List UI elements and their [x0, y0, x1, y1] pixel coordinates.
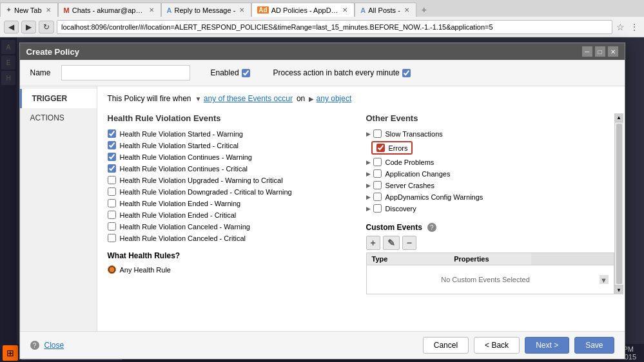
close-link[interactable]: Close — [44, 341, 64, 350]
tab-title-allposts: All Posts - — [368, 6, 400, 14]
cancel-button[interactable]: Cancel — [423, 337, 469, 354]
hr-checkbox-10[interactable] — [108, 234, 116, 242]
settings-icon[interactable]: ⋮ — [629, 21, 640, 33]
new-tab-button[interactable]: + — [416, 3, 432, 17]
custom-events-delete-button[interactable]: − — [402, 236, 416, 250]
fire-when-link[interactable]: any of these Events occur — [204, 94, 293, 103]
any-health-rule-label: Any Health Rule — [120, 266, 171, 274]
main-content: A E H Create Policy ─ □ ✕ Name Enabled — [0, 37, 644, 344]
tab-favicon: ✦ — [6, 6, 12, 14]
tab-ad-policies[interactable]: Ad AD Policies - AppDynamics ✕ — [251, 3, 355, 17]
oe-checkbox-discovery[interactable] — [373, 204, 382, 213]
custom-events-edit-button[interactable]: ✎ — [383, 236, 400, 250]
col-type: Type — [367, 253, 449, 265]
hr-checkbox-6[interactable] — [108, 187, 116, 196]
right-scrollbar[interactable]: ▲ ▼ — [614, 113, 623, 294]
custom-events-title: Custom Events — [366, 223, 422, 232]
hr-label-1: Health Rule Violation Started - Warning — [120, 130, 243, 138]
expand-arrow-code-icon[interactable]: ▶ — [366, 159, 371, 166]
tab-all-posts[interactable]: A All Posts - ✕ — [355, 3, 416, 17]
oe-checkbox-configwarnings[interactable] — [373, 193, 382, 201]
hr-label-3: Health Rule Violation Continues - Warnin… — [120, 153, 252, 161]
oe-label-discovery: Discovery — [385, 205, 416, 213]
back-button-footer[interactable]: < Back — [474, 337, 520, 354]
errors-highlighted-box[interactable]: Errors — [371, 141, 413, 155]
address-bar[interactable] — [57, 20, 612, 34]
scroll-down-button[interactable]: ▼ — [615, 285, 623, 294]
tab-close-gmail-icon[interactable]: ✕ — [148, 6, 155, 14]
tab-close-allposts-icon[interactable]: ✕ — [403, 6, 411, 14]
oe-item-discovery: ▶ Discovery — [366, 204, 614, 213]
oe-label-servercrashes: Server Crashes — [385, 182, 434, 189]
oe-checkbox-appchanges[interactable] — [373, 169, 382, 178]
oe-checkbox-slow[interactable] — [373, 129, 382, 138]
tab-new-tab[interactable]: ✦ New Tab ✕ — [0, 3, 58, 17]
hr-label-5: Health Rule Violation Upgraded - Warning… — [120, 176, 283, 184]
what-health-rules-section: What Health Rules? Any Health Rule — [108, 251, 356, 274]
oe-checkbox-wrap-code: Code Problems — [373, 158, 434, 166]
hr-item-7: Health Rule Violation Ended - Warning — [108, 199, 356, 207]
custom-events-help-icon[interactable]: ? — [427, 223, 436, 232]
custom-events-add-button[interactable]: + — [366, 236, 380, 250]
nav-item-actions[interactable]: ACTIONS — [20, 108, 97, 128]
hr-item-4: Health Rule Violation Continues - Critic… — [108, 164, 356, 173]
any-object-section[interactable]: ▶ any object — [309, 94, 351, 103]
expand-arrow-appchanges-icon[interactable]: ▶ — [366, 171, 371, 177]
windows-logo-icon: ⊞ — [6, 348, 14, 358]
tab-reply[interactable]: A Reply to Message - ✕ — [161, 3, 252, 17]
expand-arrow-servercrashes-icon[interactable]: ▶ — [366, 182, 371, 189]
hr-checkbox-4[interactable] — [108, 164, 116, 173]
any-object-link[interactable]: any object — [317, 94, 352, 103]
oe-label-errors: Errors — [389, 144, 408, 152]
modal-nav: TRIGGER ACTIONS — [20, 86, 97, 331]
footer-help-icon[interactable]: ? — [30, 341, 39, 350]
name-label: Name — [30, 68, 51, 77]
tab-close-reply-icon[interactable]: ✕ — [238, 6, 246, 14]
hr-item-9: Health Rule Violation Canceled - Warning — [108, 222, 356, 231]
name-input[interactable] — [61, 65, 190, 81]
back-button[interactable]: ◀ — [4, 21, 19, 33]
forward-button[interactable]: ▶ — [21, 21, 36, 33]
modal-close-button[interactable]: ✕ — [608, 46, 618, 57]
modal-titlebar: Create Policy ─ □ ✕ — [20, 43, 625, 60]
tab-favicon-gmail: M — [64, 6, 70, 14]
oe-label-configwarnings: AppDynamics Config Warnings — [385, 193, 483, 201]
hr-checkbox-7[interactable] — [108, 199, 116, 207]
hr-checkbox-1[interactable] — [108, 129, 116, 138]
expand-arrow-slow-icon[interactable]: ▶ — [366, 131, 371, 137]
start-button[interactable]: ⊞ — [3, 345, 18, 361]
modal-name-row: Name Enabled Process action in batch eve… — [20, 60, 625, 86]
hr-checkbox-2[interactable] — [108, 141, 116, 149]
hr-checkbox-9[interactable] — [108, 222, 116, 231]
enabled-checkbox[interactable] — [242, 69, 250, 77]
hr-label-9: Health Rule Violation Canceled - Warning — [120, 223, 250, 231]
modal-minimize-button[interactable]: ─ — [582, 46, 592, 57]
modal-maximize-button[interactable]: □ — [595, 46, 605, 57]
hr-checkbox-5[interactable] — [108, 176, 116, 184]
next-button[interactable]: Next > — [525, 337, 569, 354]
tab-close-icon[interactable]: ✕ — [44, 6, 52, 14]
fire-when-dropdown[interactable]: ▼ any of these Events occur — [195, 94, 293, 103]
expand-arrow-discovery-icon[interactable]: ▶ — [366, 205, 371, 212]
tab-close-ad-icon[interactable]: ✕ — [341, 6, 349, 14]
oe-checkbox-servercrashes[interactable] — [373, 181, 382, 189]
nav-item-trigger[interactable]: TRIGGER — [20, 89, 97, 108]
process-checkbox[interactable] — [402, 69, 411, 77]
reload-button[interactable]: ↻ — [39, 21, 54, 33]
oe-checkbox-errors[interactable] — [376, 144, 385, 152]
oe-checkbox-code[interactable] — [373, 158, 382, 166]
expand-arrow-configwarnings-icon[interactable]: ▶ — [366, 194, 371, 200]
scroll-thumb[interactable] — [616, 124, 622, 284]
hr-checkbox-3[interactable] — [108, 153, 116, 161]
col-properties: Properties — [449, 253, 531, 265]
custom-events-table: Type Properties No Custom Events Selecte… — [366, 252, 614, 294]
bookmark-icon[interactable]: ☆ — [615, 21, 626, 33]
ce-scroll-body[interactable]: ▼ — [600, 275, 609, 284]
footer-left: ? Close — [30, 341, 64, 350]
save-button[interactable]: Save — [574, 337, 614, 354]
any-health-rule-radio[interactable] — [108, 265, 116, 274]
hr-checkbox-8[interactable] — [108, 211, 116, 219]
scroll-up-button[interactable]: ▲ — [615, 113, 623, 122]
tab-title-gmail: Chats - akumar@appdyna... — [72, 6, 145, 14]
tab-gmail[interactable]: M Chats - akumar@appdyna... ✕ — [58, 3, 161, 17]
